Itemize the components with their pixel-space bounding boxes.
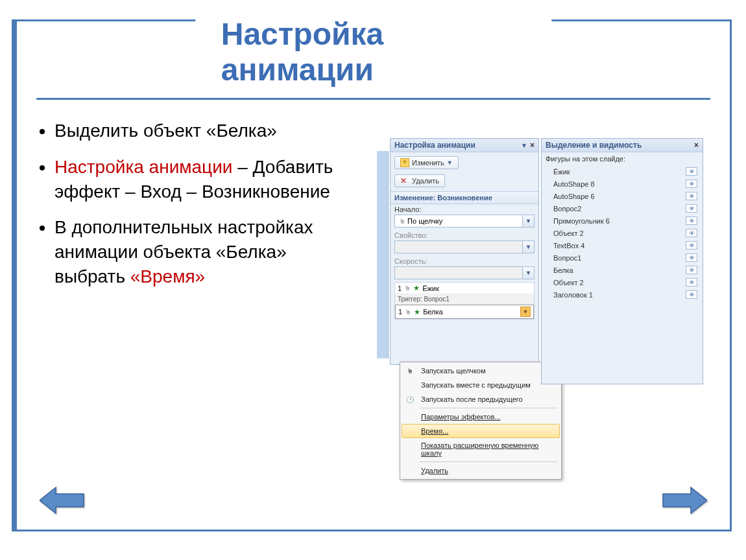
close-icon[interactable]: × bbox=[530, 141, 535, 150]
eye-icon[interactable]: 👁 bbox=[686, 253, 697, 262]
eye-icon[interactable]: 👁 bbox=[686, 290, 697, 299]
anim-panel-title: Настройка анимации bbox=[394, 141, 475, 150]
shape-item[interactable]: Белка👁 bbox=[546, 264, 699, 276]
anim-row-name: Ёжик bbox=[422, 285, 439, 292]
cm-timing[interactable]: Время... bbox=[402, 424, 560, 438]
sel-panel-title: Выделение и видимость bbox=[546, 141, 642, 150]
cm-delete[interactable]: Удалить bbox=[402, 463, 560, 478]
property-combo: ▼ bbox=[394, 240, 535, 253]
cm-label: Показать расширенную временную шкалу bbox=[421, 441, 538, 457]
shape-item[interactable]: Вопрос2👁 bbox=[546, 202, 699, 215]
eye-icon[interactable]: 👁 bbox=[686, 180, 697, 188]
mouse-icon: 🖱 bbox=[405, 309, 411, 316]
close-icon[interactable]: × bbox=[694, 141, 699, 150]
title-underline bbox=[36, 98, 710, 100]
shape-item[interactable]: AutoShape 8👁 bbox=[546, 178, 699, 190]
start-value: По щелчку bbox=[407, 217, 442, 225]
cm-label: Удалить bbox=[421, 467, 448, 474]
entrance-star-icon: ★ bbox=[413, 284, 420, 292]
sel-subtitle: Фигуры на этом слайде: bbox=[546, 155, 699, 163]
shape-item[interactable]: Заголовок 1👁 bbox=[546, 288, 699, 301]
context-menu: 🖱 Запускать щелчком Запускать вместе с п… bbox=[400, 362, 562, 480]
shapes-list: Ёжик👁 AutoShape 8👁 AutoShape 6👁 Вопрос2👁… bbox=[546, 165, 699, 301]
next-slide-button[interactable] bbox=[658, 484, 710, 517]
slide-title: Настройка анимации bbox=[195, 16, 552, 94]
speed-combo: ▼ bbox=[394, 266, 535, 279]
shape-name: AutoShape 8 bbox=[553, 180, 595, 188]
shape-name: AutoShape 6 bbox=[553, 192, 595, 200]
shape-name: Объект 2 bbox=[553, 229, 584, 237]
trigger-row: Триггер: Вопрос1 bbox=[395, 294, 534, 305]
shape-item[interactable]: Объект 2👁 bbox=[546, 276, 699, 288]
shape-name: Прямоугольник 6 bbox=[553, 217, 610, 225]
shape-name: Вопрос1 bbox=[553, 254, 581, 262]
cm-label: Время... bbox=[421, 427, 448, 435]
anim-row-1[interactable]: 1 🖱 ★ Ёжик bbox=[395, 283, 534, 294]
bullet-list: Выделить объект «Белка» Настройка анимац… bbox=[36, 119, 357, 301]
shape-name: Ёжик bbox=[553, 168, 570, 176]
anim-row-num: 1 bbox=[398, 308, 402, 316]
mouse-icon: 🖱 bbox=[404, 285, 411, 292]
menu-separator bbox=[420, 408, 557, 408]
delete-btn-label: Удалить bbox=[412, 177, 439, 185]
animation-settings-panel: Настройка анимации ▼ × Изменить ▼ ✕ Удал… bbox=[390, 138, 539, 365]
shape-name: Вопрос2 bbox=[553, 205, 581, 213]
eye-icon[interactable]: 👁 bbox=[686, 167, 697, 176]
speed-field-label: Скорость: bbox=[391, 256, 538, 265]
prev-slide-button[interactable] bbox=[36, 484, 88, 517]
anim-panel-header: Настройка анимации ▼ × bbox=[391, 139, 538, 152]
cm-show-timeline[interactable]: Показать расширенную временную шкалу bbox=[402, 438, 560, 460]
cm-start-after-prev[interactable]: 🕐 Запускать после предыдущего bbox=[402, 392, 560, 406]
property-field-label: Свойство: bbox=[391, 230, 538, 239]
start-combo[interactable]: 🖱 По щелчку ▼ bbox=[394, 215, 535, 228]
eye-icon[interactable]: 👁 bbox=[686, 278, 697, 286]
delete-effect-button[interactable]: ✕ Удалить bbox=[394, 174, 445, 187]
sel-panel-header: Выделение и видимость × bbox=[542, 139, 703, 152]
shape-item[interactable]: TextBox 4👁 bbox=[546, 239, 699, 251]
slide-thumbnail-strip bbox=[377, 151, 389, 358]
bullet-1-text: Выделить объект «Белка» bbox=[54, 121, 277, 141]
trigger-label: Триггер: Вопрос1 bbox=[398, 296, 450, 303]
anim-row-name: Белка bbox=[423, 308, 443, 316]
star-icon bbox=[400, 158, 409, 167]
bullet-2-red: Настройка анимации bbox=[54, 157, 232, 177]
panel-menu-icon[interactable]: ▼ bbox=[521, 142, 527, 149]
eye-icon[interactable]: 👁 bbox=[686, 229, 697, 237]
anim-row-2-selected[interactable]: 1 🖱 ★ Белка ▼ bbox=[395, 305, 534, 319]
bullet-1: Выделить объект «Белка» bbox=[54, 119, 357, 143]
shape-name: Заголовок 1 bbox=[553, 291, 593, 299]
chevron-down-icon: ▼ bbox=[447, 159, 453, 166]
cm-effect-options[interactable]: Параметры эффектов... bbox=[402, 410, 560, 424]
slide-frame: Настройка анимации Выделить объект «Белк… bbox=[12, 19, 732, 531]
row-dropdown-icon[interactable]: ▼ bbox=[520, 307, 531, 317]
effect-section-label: Изменение: Возникновение bbox=[391, 191, 538, 204]
bullet-2: Настройка анимации – Добавить эффект – В… bbox=[54, 155, 357, 204]
start-field-label: Начало: bbox=[391, 204, 538, 213]
change-effect-button[interactable]: Изменить ▼ bbox=[394, 156, 459, 169]
cm-label: Параметры эффектов... bbox=[421, 413, 501, 421]
anim-row-num: 1 bbox=[398, 285, 402, 292]
anim-toolbar: Изменить ▼ ✕ Удалить bbox=[391, 152, 538, 191]
cm-start-with-prev[interactable]: Запускать вместе с предыдущим bbox=[402, 378, 560, 392]
eye-icon[interactable]: 👁 bbox=[686, 241, 697, 250]
shape-name: Объект 2 bbox=[553, 279, 584, 286]
shape-item[interactable]: AutoShape 6👁 bbox=[546, 190, 699, 202]
eye-icon[interactable]: 👁 bbox=[686, 204, 697, 213]
cm-label: Запускать щелчком bbox=[421, 367, 486, 375]
cm-start-on-click[interactable]: 🖱 Запускать щелчком bbox=[402, 364, 560, 378]
selection-visibility-panel: Выделение и видимость × Фигуры на этом с… bbox=[541, 138, 703, 384]
clock-icon: 🕐 bbox=[405, 395, 415, 404]
menu-separator bbox=[420, 461, 557, 462]
eye-icon[interactable]: 👁 bbox=[686, 216, 697, 225]
chevron-down-icon[interactable]: ▼ bbox=[522, 215, 534, 227]
mouse-icon: 🖱 bbox=[405, 366, 415, 375]
shape-name: Белка bbox=[553, 266, 573, 274]
eye-icon[interactable]: 👁 bbox=[686, 266, 697, 274]
eye-icon[interactable]: 👁 bbox=[686, 192, 697, 200]
cm-label: Запускать после предыдущего bbox=[421, 395, 523, 403]
entrance-star-icon: ★ bbox=[414, 308, 420, 316]
shape-item[interactable]: Прямоугольник 6👁 bbox=[546, 215, 699, 227]
shape-item[interactable]: Вопрос1👁 bbox=[546, 251, 699, 264]
shape-item[interactable]: Объект 2👁 bbox=[546, 227, 699, 239]
shape-item[interactable]: Ёжик👁 bbox=[546, 165, 699, 178]
